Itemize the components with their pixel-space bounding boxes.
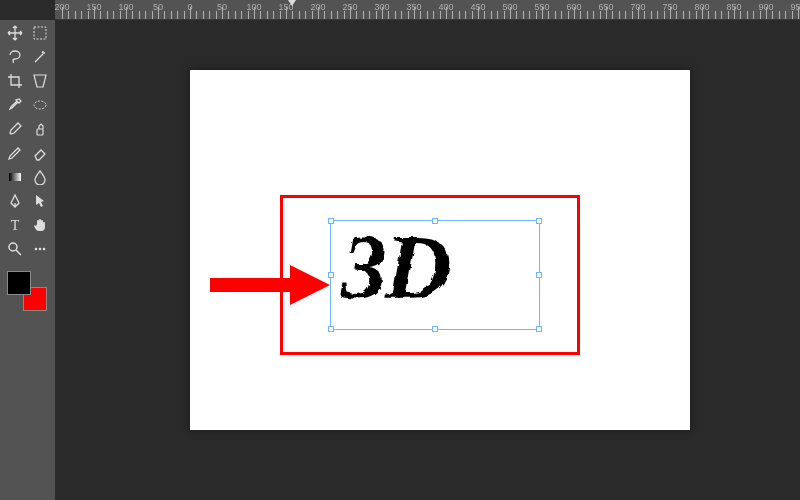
bbox-handle[interactable] (536, 218, 542, 224)
tool-pencil[interactable] (3, 143, 27, 165)
marquee-oval-icon (32, 97, 48, 116)
tool-pointer[interactable] (29, 191, 53, 213)
ruler-tick-label: 650 (598, 2, 613, 12)
tool-magic-wand[interactable] (29, 47, 53, 69)
ruler-tick-label: 700 (630, 2, 645, 12)
canvas-viewport: 3D (55, 20, 800, 500)
eyedropper-icon (7, 97, 23, 116)
ruler-tick-label: 350 (406, 2, 421, 12)
pen-icon (7, 193, 23, 212)
tool-clone[interactable] (29, 119, 53, 141)
tool-marquee-oval[interactable] (29, 95, 53, 117)
pencil-icon (7, 145, 23, 164)
ruler-tick-label: 450 (470, 2, 485, 12)
ruler-tick-label: 500 (502, 2, 517, 12)
tool-selection-rect[interactable] (29, 23, 53, 45)
ruler-position-marker (288, 0, 296, 6)
selection-rect-icon (32, 25, 48, 44)
ruler-tick-label: 0 (187, 2, 192, 12)
color-swatches[interactable] (7, 271, 47, 311)
zoom-icon (7, 241, 23, 260)
perspective-icon (32, 73, 48, 92)
svg-point-1 (34, 101, 46, 109)
tool-more[interactable] (29, 239, 53, 261)
tool-lasso[interactable] (3, 47, 27, 69)
bbox-handle[interactable] (432, 326, 438, 332)
svg-text:T: T (10, 218, 19, 233)
tool-crop[interactable] (3, 71, 27, 93)
svg-point-5 (9, 243, 17, 251)
svg-rect-9 (210, 278, 295, 292)
ruler-tick-label: 150 (86, 2, 101, 12)
ruler-tick-label: 300 (374, 2, 389, 12)
ruler-tick-label: 50 (153, 2, 163, 12)
blur-icon (32, 169, 48, 188)
tool-gradient[interactable] (3, 167, 27, 189)
more-icon (32, 241, 48, 260)
tool-move[interactable] (3, 23, 27, 45)
ruler-tick-label: 550 (534, 2, 549, 12)
ruler-tick-label: 750 (662, 2, 677, 12)
svg-point-6 (35, 247, 38, 250)
tool-pen[interactable] (3, 191, 27, 213)
svg-rect-0 (34, 27, 46, 39)
hand-icon (32, 217, 48, 236)
tool-eraser[interactable] (29, 143, 53, 165)
ruler-tick-label: 200 (55, 2, 70, 12)
tool-eyedropper[interactable] (3, 95, 27, 117)
tool-panel: T (0, 20, 55, 500)
gradient-icon (7, 169, 23, 188)
bbox-handle[interactable] (328, 218, 334, 224)
svg-marker-10 (290, 265, 330, 305)
foreground-color-swatch[interactable] (7, 271, 31, 295)
pointer-icon (32, 193, 48, 212)
svg-rect-3 (9, 173, 21, 181)
ruler-tick-label: 800 (694, 2, 709, 12)
ruler-tick-label: 850 (726, 2, 741, 12)
tool-text[interactable]: T (3, 215, 27, 237)
bbox-handle[interactable] (328, 272, 334, 278)
text-icon: T (7, 217, 23, 236)
eraser-icon (32, 145, 48, 164)
tool-zoom[interactable] (3, 239, 27, 261)
annotation-arrow (210, 265, 330, 305)
move-icon (7, 25, 23, 44)
canvas-text-layer[interactable]: 3D (340, 220, 448, 312)
bbox-handle[interactable] (536, 272, 542, 278)
ruler-tick-label: 100 (246, 2, 261, 12)
tool-perspective[interactable] (29, 71, 53, 93)
ruler-tick-label: 250 (342, 2, 357, 12)
crop-icon (7, 73, 23, 92)
ruler-tick-label: 200 (310, 2, 325, 12)
magic-wand-icon (32, 49, 48, 68)
ruler-tick-label: 600 (566, 2, 581, 12)
ruler-tick-label: 50 (217, 2, 227, 12)
canvas-document[interactable]: 3D (190, 70, 690, 430)
ruler-tick-label: 400 (438, 2, 453, 12)
lasso-icon (7, 49, 23, 68)
tool-blur[interactable] (29, 167, 53, 189)
tool-brush[interactable] (3, 119, 27, 141)
bbox-handle[interactable] (536, 326, 542, 332)
svg-point-7 (39, 247, 42, 250)
ruler-tick-label: 100 (118, 2, 133, 12)
ruler-tick-label: 950 (790, 2, 800, 12)
ruler-tick-label: 900 (758, 2, 773, 12)
svg-rect-2 (37, 129, 43, 135)
svg-point-8 (43, 247, 46, 250)
clone-icon (32, 121, 48, 140)
horizontal-ruler: 2001501005005010015020025030035040045050… (55, 0, 800, 20)
bbox-handle[interactable] (328, 326, 334, 332)
brush-icon (7, 121, 23, 140)
tool-hand[interactable] (29, 215, 53, 237)
